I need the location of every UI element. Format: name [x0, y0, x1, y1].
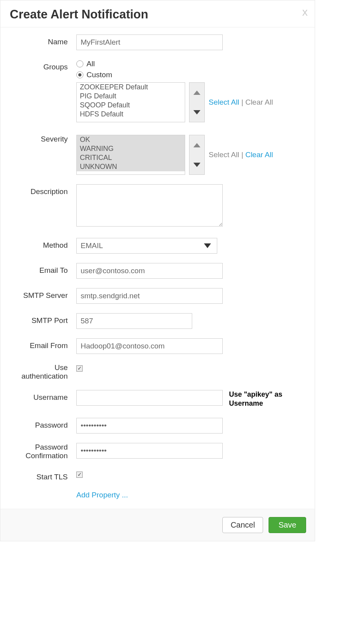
password-input[interactable] — [76, 418, 223, 434]
smtp-server-input[interactable] — [76, 288, 223, 304]
severity-select-all-link[interactable]: Select All — [209, 151, 239, 159]
dialog-body[interactable]: Name Groups All Custom ZOOKEEPER Defau — [0, 27, 315, 509]
groups-label: Groups — [11, 60, 76, 71]
list-item[interactable]: CRITICAL — [77, 153, 185, 162]
password-conf-input[interactable] — [76, 443, 223, 459]
groups-actions: Select All | Clear All — [209, 98, 273, 107]
groups-radio-custom[interactable]: Custom — [76, 71, 305, 79]
radio-custom-label: Custom — [87, 71, 112, 79]
start-tls-label: Start TLS — [11, 470, 76, 481]
severity-clear-all-link[interactable]: Clear All — [245, 151, 273, 159]
username-label: Username — [11, 390, 76, 402]
groups-listbox[interactable]: ZOOKEEPER Default PIG Default SQOOP Defa… — [76, 82, 185, 122]
username-input[interactable] — [76, 390, 223, 406]
severity-actions: Select All | Clear All — [209, 151, 273, 159]
spinner-up-icon[interactable] — [189, 83, 204, 102]
dialog-footer: Cancel Save — [0, 509, 315, 541]
start-tls-checkbox[interactable] — [76, 472, 83, 478]
groups-spinner — [189, 82, 205, 122]
list-item[interactable]: HDFS Default — [77, 110, 185, 119]
smtp-port-input[interactable] — [76, 313, 192, 329]
description-textarea[interactable] — [76, 184, 223, 227]
severity-listbox[interactable]: OK WARNING CRITICAL UNKNOWN — [76, 135, 185, 175]
list-item[interactable]: PIG Default — [77, 92, 185, 101]
username-annotation: Use "apikey" as Username — [229, 390, 296, 408]
name-label: Name — [11, 34, 76, 46]
spinner-down-icon[interactable] — [189, 102, 204, 122]
email-to-label: Email To — [11, 263, 76, 275]
name-input[interactable] — [76, 34, 223, 50]
dialog-title: Create Alert Notification — [10, 7, 148, 21]
email-to-input[interactable] — [76, 263, 223, 279]
list-item[interactable]: SQOOP Default — [77, 101, 185, 110]
email-from-input[interactable] — [76, 338, 223, 354]
dialog-header: Create Alert Notification x — [0, 0, 315, 27]
list-item[interactable]: UNKNOWN — [77, 162, 185, 171]
spinner-down-icon[interactable] — [189, 155, 204, 174]
close-icon[interactable]: x — [302, 6, 308, 18]
groups-radio-all[interactable]: All — [76, 60, 305, 68]
password-label: Password — [11, 418, 76, 430]
severity-label: Severity — [11, 132, 76, 143]
groups-clear-all-link[interactable]: Clear All — [245, 98, 273, 106]
use-auth-label: Use authentication — [11, 363, 76, 381]
radio-icon — [76, 71, 83, 78]
email-from-label: Email From — [11, 338, 76, 350]
use-auth-checkbox[interactable] — [76, 365, 83, 372]
add-property-link[interactable]: Add Property ... — [76, 491, 128, 499]
list-item[interactable]: OK — [77, 135, 185, 144]
description-label: Description — [11, 184, 76, 196]
method-select[interactable] — [76, 238, 217, 254]
smtp-port-label: SMTP Port — [11, 313, 76, 325]
method-label: Method — [11, 238, 76, 250]
severity-spinner — [189, 135, 205, 175]
spinner-up-icon[interactable] — [189, 135, 204, 155]
password-conf-label: Password Confirmation — [11, 443, 76, 460]
smtp-server-label: SMTP Server — [11, 288, 76, 300]
radio-icon — [76, 60, 83, 67]
cancel-button[interactable]: Cancel — [222, 517, 263, 533]
radio-all-label: All — [87, 60, 95, 68]
save-button[interactable]: Save — [269, 517, 306, 533]
list-item[interactable]: WARNING — [77, 144, 185, 153]
groups-select-all-link[interactable]: Select All — [209, 98, 239, 106]
list-item[interactable]: ZOOKEEPER Default — [77, 83, 185, 92]
create-alert-dialog: Create Alert Notification x Name Groups … — [0, 0, 315, 541]
